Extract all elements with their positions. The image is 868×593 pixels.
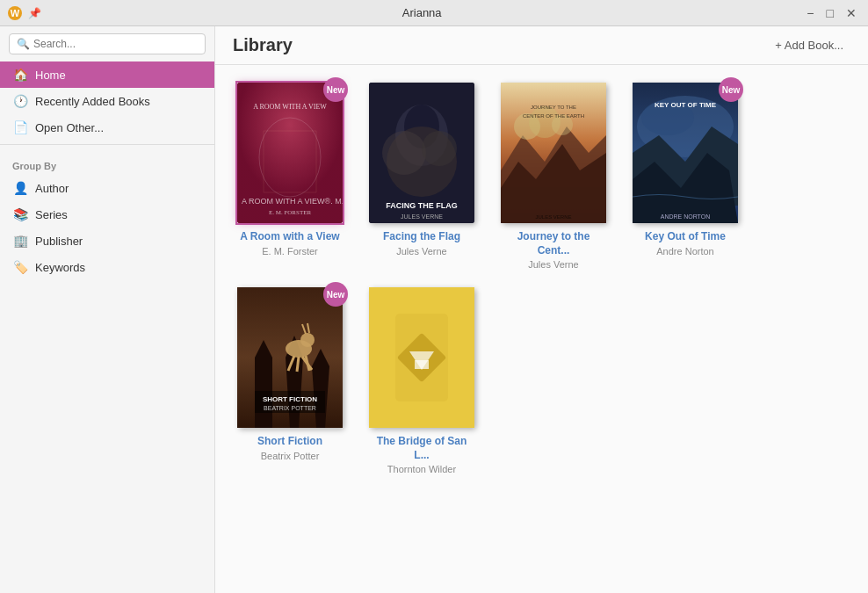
svg-point-13 — [422, 131, 457, 166]
main-content: Library + Add Book... — [215, 26, 868, 593]
svg-line-40 — [297, 357, 299, 372]
books-area: A ROOM WITH A VIEW E. M. FORSTER New A R… — [215, 65, 868, 593]
svg-text:KEY OUT OF TIME: KEY OUT OF TIME — [655, 101, 717, 109]
sidebar-item-open-other[interactable]: 📄 Open Other... — [0, 114, 214, 141]
close-button[interactable]: ✕ — [842, 4, 861, 22]
open-other-icon: 📄 — [12, 120, 28, 134]
book-title: Journey to the Cent... — [501, 230, 606, 257]
new-badge: New — [323, 77, 348, 102]
series-icon: 📚 — [12, 207, 28, 221]
book-cover-journey: JOURNEY TO THE CENTER OF THE EARTH JULES… — [501, 83, 606, 223]
svg-text:E. M. FORSTER: E. M. FORSTER — [269, 209, 312, 216]
new-badge: New — [323, 282, 348, 307]
sidebar-item-publisher[interactable]: 🏢 Publisher — [0, 228, 214, 254]
sidebar-item-author[interactable]: 👤 Author — [0, 175, 214, 201]
author-icon: 👤 — [12, 181, 28, 195]
sidebar-item-keywords-label: Keywords — [35, 261, 85, 274]
book-item-facing-flag[interactable]: FACING THE FLAG JULES VERNE Facing the F… — [365, 83, 479, 270]
pin-button[interactable]: 📌 — [28, 7, 41, 19]
book-item-bridge-san-luis[interactable]: The Bridge of San L... Thornton Wilder — [365, 287, 479, 474]
sidebar-item-recently-added-label: Recently Added Books — [35, 95, 150, 108]
book-author: E. M. Forster — [262, 246, 318, 257]
page-title: Library — [233, 35, 293, 55]
svg-text:ANDRE NORTON: ANDRE NORTON — [661, 213, 711, 220]
new-badge: New — [719, 77, 743, 102]
book-title: The Bridge of San L... — [369, 435, 474, 462]
book-cover-wrap: FACING THE FLAG JULES VERNE — [369, 83, 474, 223]
search-icon: 🔍 — [17, 38, 30, 50]
sidebar-item-keywords[interactable]: 🏷️ Keywords — [0, 254, 214, 280]
svg-rect-52 — [415, 360, 429, 369]
svg-text:W: W — [11, 8, 20, 18]
book-item-key-out-time[interactable]: KEY OUT OF TIME ANDRE NORTON New Key Out… — [628, 83, 742, 270]
publisher-icon: 🏢 — [12, 234, 28, 248]
svg-text:A ROOM WITH A VIEW: A ROOM WITH A VIEW — [253, 103, 327, 111]
svg-text:JOURNEY TO THE: JOURNEY TO THE — [531, 105, 576, 110]
book-author: Jules Verne — [396, 246, 446, 257]
group-by-label: Group By — [0, 148, 214, 175]
svg-text:FACING THE FLAG: FACING THE FLAG — [386, 201, 458, 210]
books-grid: A ROOM WITH A VIEW E. M. FORSTER New A R… — [233, 83, 850, 474]
sidebar: 🔍 🏠 Home 🕐 Recently Added Books 📄 Open O… — [0, 26, 215, 593]
book-cover-bridge — [369, 287, 474, 428]
minimize-button[interactable]: − — [802, 4, 818, 22]
add-book-button[interactable]: + Add Book... — [768, 35, 850, 55]
book-author: Andre Norton — [656, 246, 713, 257]
sidebar-item-home[interactable]: 🏠 Home — [0, 61, 214, 88]
book-cover-wrap: A ROOM WITH A VIEW E. M. FORSTER New — [237, 83, 343, 223]
svg-text:JULES VERNE: JULES VERNE — [535, 214, 571, 220]
svg-point-12 — [382, 131, 426, 175]
book-item-short-fiction[interactable]: SHORT FICTION BEATRIX POTTER New Short F… — [233, 287, 347, 474]
book-cover-key: KEY OUT OF TIME ANDRE NORTON — [633, 83, 738, 223]
keywords-icon: 🏷️ — [12, 260, 28, 274]
book-cover-wrap: JOURNEY TO THE CENTER OF THE EARTH JULES… — [501, 83, 606, 223]
book-cover-facing-flag: FACING THE FLAG JULES VERNE — [369, 83, 474, 223]
book-title: Key Out of Time — [645, 230, 726, 244]
home-icon: 🏠 — [12, 68, 28, 82]
book-cover-wrap — [369, 287, 474, 428]
book-cover-short-fiction: SHORT FICTION BEATRIX POTTER — [237, 287, 343, 428]
main-header: Library + Add Book... — [215, 26, 868, 65]
svg-text:SHORT FICTION: SHORT FICTION — [263, 395, 317, 403]
app-body: 🔍 🏠 Home 🕐 Recently Added Books 📄 Open O… — [0, 26, 868, 593]
search-input[interactable] — [33, 38, 198, 50]
book-item-room-with-view[interactable]: A ROOM WITH A VIEW E. M. FORSTER New A R… — [233, 83, 347, 270]
book-cover-wrap: SHORT FICTION BEATRIX POTTER New — [237, 287, 343, 428]
sidebar-divider — [0, 144, 214, 145]
svg-point-38 — [300, 333, 315, 347]
sidebar-item-author-label: Author — [35, 182, 69, 195]
app-logo: W — [7, 5, 23, 21]
svg-marker-34 — [255, 340, 272, 428]
book-title: Short Fiction — [257, 435, 322, 449]
sidebar-item-series-label: Series — [35, 208, 68, 221]
book-title: A Room with a View — [240, 230, 339, 244]
maximize-button[interactable]: □ — [822, 4, 838, 22]
window-controls: − □ ✕ — [802, 4, 861, 22]
book-title: Facing the Flag — [383, 230, 460, 244]
book-cover-room-with-view: A ROOM WITH A VIEW E. M. FORSTER — [237, 83, 343, 223]
recently-added-icon: 🕐 — [12, 94, 28, 108]
svg-text:JULES VERNE: JULES VERNE — [401, 213, 443, 220]
book-author: Thornton Wilder — [387, 464, 456, 474]
sidebar-item-open-other-label: Open Other... — [35, 121, 104, 134]
book-cover-wrap: KEY OUT OF TIME ANDRE NORTON New — [633, 83, 738, 223]
sidebar-item-recently-added[interactable]: 🕐 Recently Added Books — [0, 88, 214, 114]
titlebar-left: W 📌 — [7, 5, 41, 21]
book-author: Jules Verne — [528, 259, 578, 270]
book-item-journey-center[interactable]: JOURNEY TO THE CENTER OF THE EARTH JULES… — [496, 83, 611, 270]
sidebar-item-publisher-label: Publisher — [35, 235, 83, 248]
search-box[interactable]: 🔍 — [9, 33, 206, 54]
svg-text:CENTER OF THE EARTH: CENTER OF THE EARTH — [523, 113, 584, 119]
sidebar-item-home-label: Home — [35, 69, 66, 82]
titlebar: W 📌 Arianna − □ ✕ — [0, 0, 868, 26]
window-title: Arianna — [41, 6, 802, 19]
book-author: Beatrix Potter — [261, 451, 320, 461]
sidebar-item-series[interactable]: 📚 Series — [0, 201, 214, 228]
svg-text:BEATRIX POTTER: BEATRIX POTTER — [264, 405, 316, 411]
